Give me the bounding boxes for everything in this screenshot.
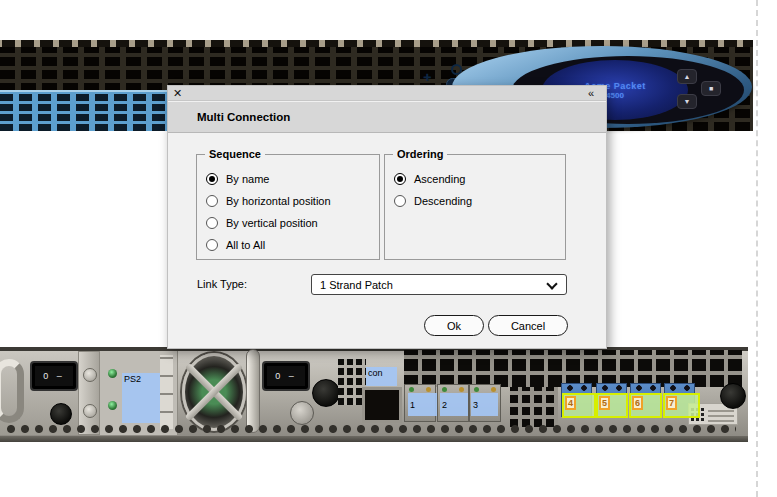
sequence-fieldset: Sequence By name By horizontal position …	[196, 154, 380, 260]
selected-port-overlay-5[interactable]: 5	[596, 393, 628, 418]
sequence-option-by-name[interactable]: By name	[206, 168, 379, 190]
port-number-tag: 5	[599, 396, 610, 410]
link-type-select[interactable]: 1 Strand Patch	[311, 274, 567, 295]
console-rj45-port	[362, 387, 402, 423]
ordering-option-descending[interactable]: Descending	[394, 190, 565, 212]
port-overlay-ps2[interactable]: PS2	[122, 373, 160, 423]
chassis-handle	[246, 349, 260, 433]
port-overlay-2[interactable]: 2	[440, 393, 468, 416]
nav-down-icon: ▼	[677, 94, 697, 109]
nav-select-icon: ■	[701, 81, 721, 96]
port-number-tag: 4	[565, 396, 576, 410]
ok-button[interactable]: Ok	[424, 315, 484, 336]
multi-connection-dialog: ✕ « Multi Connection Sequence By name By…	[167, 85, 607, 349]
vent-grid-top	[404, 350, 742, 387]
radio-label: Descending	[414, 195, 472, 207]
thumbscrew-black	[312, 379, 340, 407]
radio-button[interactable]	[206, 239, 218, 251]
psu1-knob	[50, 403, 72, 425]
sequence-option-by-vertical[interactable]: By vertical position	[206, 212, 379, 234]
radio-label: By name	[226, 173, 269, 185]
psu-handle	[0, 359, 24, 423]
faceplate-plus-icon: ✚	[423, 73, 431, 83]
dialog-titlebar: Multi Connection	[168, 102, 606, 133]
collapse-icon[interactable]: «	[588, 86, 594, 100]
power-switch-1: 0 –	[30, 361, 78, 391]
ordering-legend: Ordering	[393, 148, 447, 160]
thumbscrew-right	[720, 383, 746, 409]
port-overlay-1[interactable]: 1	[408, 393, 437, 416]
status-led-2	[108, 401, 117, 410]
nav-up-icon: ▲	[677, 69, 697, 84]
status-led-1	[108, 369, 117, 378]
radio-label: All to All	[226, 239, 265, 251]
top-device-top-edge	[0, 40, 753, 47]
lcd-line2: 4500	[606, 91, 624, 100]
sequence-option-by-horizontal[interactable]: By horizontal position	[206, 190, 379, 212]
thumbscrew-silver	[290, 401, 314, 425]
radio-label: Ascending	[414, 173, 465, 185]
dialog-topbar: ✕ «	[168, 86, 606, 101]
radio-button[interactable]	[394, 173, 406, 185]
diagram-canvas: ✚ Acme Packet 4500 ▲ ▼ ■ 0 – 0	[0, 0, 777, 497]
link-type-label: Link Type:	[197, 278, 247, 290]
psu2-label-strip	[160, 355, 173, 429]
bottom-device-image[interactable]: 0 – 0 – PS2 con 1 2 3 4	[0, 347, 748, 442]
sequence-option-all-to-all[interactable]: All to All	[206, 234, 379, 256]
radio-label: By vertical position	[226, 217, 318, 229]
ordering-option-ascending[interactable]: Ascending	[394, 168, 565, 190]
selected-port-overlay-4[interactable]: 4	[562, 393, 596, 418]
dialog-title: Multi Connection	[197, 111, 290, 123]
port-overlay-3[interactable]: 3	[471, 393, 498, 416]
power-switch-2: 0 –	[262, 361, 310, 391]
ordering-fieldset: Ordering Ascending Descending	[384, 154, 566, 260]
cancel-button[interactable]: Cancel	[488, 315, 568, 336]
port-number-tag: 7	[666, 396, 677, 410]
link-type-value: 1 Strand Patch	[320, 279, 393, 291]
radio-label: By horizontal position	[226, 195, 331, 207]
radio-button[interactable]	[206, 217, 218, 229]
chevron-down-icon	[546, 278, 557, 289]
radio-button[interactable]	[394, 195, 406, 207]
vent-grid-middle	[510, 387, 558, 427]
selected-port-overlay-7[interactable]: 7	[663, 393, 700, 418]
port-number-tag: 6	[632, 396, 643, 410]
radio-button[interactable]	[206, 173, 218, 185]
cooling-fan	[182, 353, 246, 431]
selected-port-overlay-6[interactable]: 6	[629, 393, 662, 418]
radio-button[interactable]	[206, 195, 218, 207]
page-boundary-line	[756, 0, 758, 497]
close-icon[interactable]: ✕	[173, 87, 182, 100]
vent-hole-row	[6, 423, 736, 435]
sequence-legend: Sequence	[205, 148, 265, 160]
bottom-device-bottom-edge	[0, 436, 748, 442]
port-overlay-console[interactable]: con	[366, 367, 397, 386]
